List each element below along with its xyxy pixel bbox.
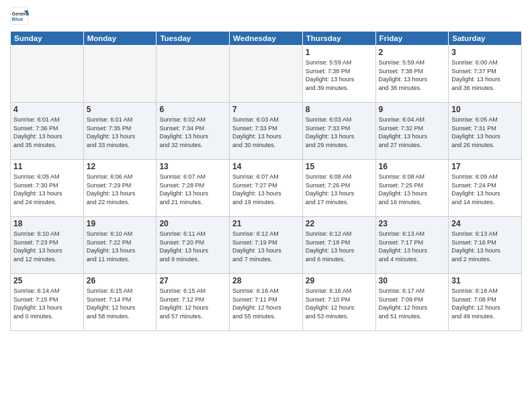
day-number: 15 [306,162,373,171]
day-cell [11,46,84,103]
day-info: Sunrise: 6:10 AM Sunset: 7:22 PM Dayligh… [87,230,154,263]
weekday-sunday: Sunday [11,32,84,46]
day-number: 8 [306,105,373,114]
week-row-5: 25Sunrise: 6:14 AM Sunset: 7:15 PM Dayli… [11,274,522,331]
day-number: 14 [232,162,300,171]
day-number: 6 [159,105,226,114]
weekday-monday: Monday [83,32,157,46]
day-info: Sunrise: 6:16 AM Sunset: 7:10 PM Dayligh… [306,287,373,320]
day-cell: 21Sunrise: 6:12 AM Sunset: 7:19 PM Dayli… [230,217,303,274]
day-cell: 16Sunrise: 6:08 AM Sunset: 7:25 PM Dayli… [375,160,449,217]
day-cell: 14Sunrise: 6:07 AM Sunset: 7:27 PM Dayli… [230,160,303,217]
day-number: 7 [232,105,300,114]
day-info: Sunrise: 6:07 AM Sunset: 7:27 PM Dayligh… [232,173,300,206]
week-row-4: 18Sunrise: 6:10 AM Sunset: 7:23 PM Dayli… [11,217,522,274]
day-number: 9 [379,105,446,114]
day-info: Sunrise: 6:02 AM Sunset: 7:34 PM Dayligh… [159,116,226,149]
logo-icon: General Blue [10,7,29,26]
logo: General Blue [10,7,29,26]
day-number: 20 [159,219,226,228]
weekday-tuesday: Tuesday [157,32,230,46]
day-number: 19 [87,219,154,228]
day-cell: 6Sunrise: 6:02 AM Sunset: 7:34 PM Daylig… [157,103,230,160]
day-cell [83,46,157,103]
week-row-2: 4Sunrise: 6:01 AM Sunset: 7:36 PM Daylig… [11,103,522,160]
day-info: Sunrise: 6:06 AM Sunset: 7:29 PM Dayligh… [87,173,154,206]
day-cell: 30Sunrise: 6:17 AM Sunset: 7:09 PM Dayli… [375,274,449,331]
day-cell: 22Sunrise: 6:12 AM Sunset: 7:18 PM Dayli… [302,217,375,274]
day-info: Sunrise: 6:12 AM Sunset: 7:19 PM Dayligh… [232,230,300,263]
day-cell: 17Sunrise: 6:09 AM Sunset: 7:24 PM Dayli… [449,160,522,217]
weekday-saturday: Saturday [449,32,522,46]
day-number: 10 [451,105,519,114]
weekday-header-row: SundayMondayTuesdayWednesdayThursdayFrid… [11,32,522,46]
day-cell: 23Sunrise: 6:13 AM Sunset: 7:17 PM Dayli… [375,217,449,274]
day-number: 4 [13,105,81,114]
day-info: Sunrise: 6:10 AM Sunset: 7:23 PM Dayligh… [13,230,81,263]
day-info: Sunrise: 6:13 AM Sunset: 7:17 PM Dayligh… [379,230,446,263]
day-number: 3 [451,48,519,57]
day-number: 25 [13,276,81,285]
day-number: 17 [451,162,519,171]
day-info: Sunrise: 6:15 AM Sunset: 7:14 PM Dayligh… [87,287,154,320]
day-info: Sunrise: 6:08 AM Sunset: 7:26 PM Dayligh… [306,173,373,206]
day-number: 28 [232,276,300,285]
day-cell: 24Sunrise: 6:13 AM Sunset: 7:16 PM Dayli… [449,217,522,274]
day-info: Sunrise: 6:08 AM Sunset: 7:25 PM Dayligh… [379,173,446,206]
day-info: Sunrise: 6:17 AM Sunset: 7:09 PM Dayligh… [379,287,446,320]
day-info: Sunrise: 6:04 AM Sunset: 7:32 PM Dayligh… [379,116,446,149]
day-info: Sunrise: 6:14 AM Sunset: 7:15 PM Dayligh… [13,287,81,320]
day-info: Sunrise: 6:12 AM Sunset: 7:18 PM Dayligh… [306,230,373,263]
day-cell: 28Sunrise: 6:16 AM Sunset: 7:11 PM Dayli… [230,274,303,331]
day-info: Sunrise: 6:00 AM Sunset: 7:37 PM Dayligh… [451,58,519,92]
day-cell: 9Sunrise: 6:04 AM Sunset: 7:32 PM Daylig… [375,103,449,160]
day-cell: 4Sunrise: 6:01 AM Sunset: 7:36 PM Daylig… [11,103,84,160]
day-info: Sunrise: 6:05 AM Sunset: 7:30 PM Dayligh… [13,173,81,206]
day-cell: 18Sunrise: 6:10 AM Sunset: 7:23 PM Dayli… [11,217,84,274]
day-number: 12 [87,162,154,171]
day-info: Sunrise: 6:16 AM Sunset: 7:11 PM Dayligh… [232,287,300,320]
calendar: SundayMondayTuesdayWednesdayThursdayFrid… [10,31,522,331]
day-number: 13 [159,162,226,171]
day-number: 18 [13,219,81,228]
day-cell: 29Sunrise: 6:16 AM Sunset: 7:10 PM Dayli… [302,274,375,331]
day-cell: 19Sunrise: 6:10 AM Sunset: 7:22 PM Dayli… [83,217,157,274]
day-number: 26 [87,276,154,285]
day-cell: 13Sunrise: 6:07 AM Sunset: 7:28 PM Dayli… [157,160,230,217]
day-cell: 27Sunrise: 6:15 AM Sunset: 7:12 PM Dayli… [157,274,230,331]
day-number: 11 [13,162,81,171]
weekday-wednesday: Wednesday [230,32,303,46]
day-info: Sunrise: 5:59 AM Sunset: 7:38 PM Dayligh… [379,58,446,92]
day-cell: 2Sunrise: 5:59 AM Sunset: 7:38 PM Daylig… [375,46,449,103]
day-cell: 25Sunrise: 6:14 AM Sunset: 7:15 PM Dayli… [11,274,84,331]
week-row-3: 11Sunrise: 6:05 AM Sunset: 7:30 PM Dayli… [11,160,522,217]
day-number: 31 [451,276,519,285]
day-number: 23 [379,219,446,228]
day-number: 29 [306,276,373,285]
day-info: Sunrise: 6:05 AM Sunset: 7:31 PM Dayligh… [451,116,519,149]
header: General Blue [10,7,522,26]
day-cell: 20Sunrise: 6:11 AM Sunset: 7:20 PM Dayli… [157,217,230,274]
svg-text:Blue: Blue [12,16,24,22]
day-cell: 31Sunrise: 6:18 AM Sunset: 7:08 PM Dayli… [449,274,522,331]
day-info: Sunrise: 6:11 AM Sunset: 7:20 PM Dayligh… [159,230,226,263]
day-info: Sunrise: 6:03 AM Sunset: 7:33 PM Dayligh… [232,116,300,149]
day-cell: 5Sunrise: 6:01 AM Sunset: 7:35 PM Daylig… [83,103,157,160]
weekday-friday: Friday [375,32,449,46]
day-cell [230,46,303,103]
day-cell: 3Sunrise: 6:00 AM Sunset: 7:37 PM Daylig… [449,46,522,103]
day-info: Sunrise: 5:59 AM Sunset: 7:38 PM Dayligh… [306,58,373,92]
day-info: Sunrise: 6:01 AM Sunset: 7:36 PM Dayligh… [13,116,81,149]
day-number: 30 [379,276,446,285]
day-cell: 10Sunrise: 6:05 AM Sunset: 7:31 PM Dayli… [449,103,522,160]
day-number: 27 [159,276,226,285]
day-info: Sunrise: 6:18 AM Sunset: 7:08 PM Dayligh… [451,287,519,320]
day-number: 16 [379,162,446,171]
day-info: Sunrise: 6:07 AM Sunset: 7:28 PM Dayligh… [159,173,226,206]
weekday-thursday: Thursday [302,32,375,46]
day-cell: 12Sunrise: 6:06 AM Sunset: 7:29 PM Dayli… [83,160,157,217]
day-number: 5 [87,105,154,114]
week-row-1: 1Sunrise: 5:59 AM Sunset: 7:38 PM Daylig… [11,46,522,103]
day-info: Sunrise: 6:01 AM Sunset: 7:35 PM Dayligh… [87,116,154,149]
day-cell: 26Sunrise: 6:15 AM Sunset: 7:14 PM Dayli… [83,274,157,331]
